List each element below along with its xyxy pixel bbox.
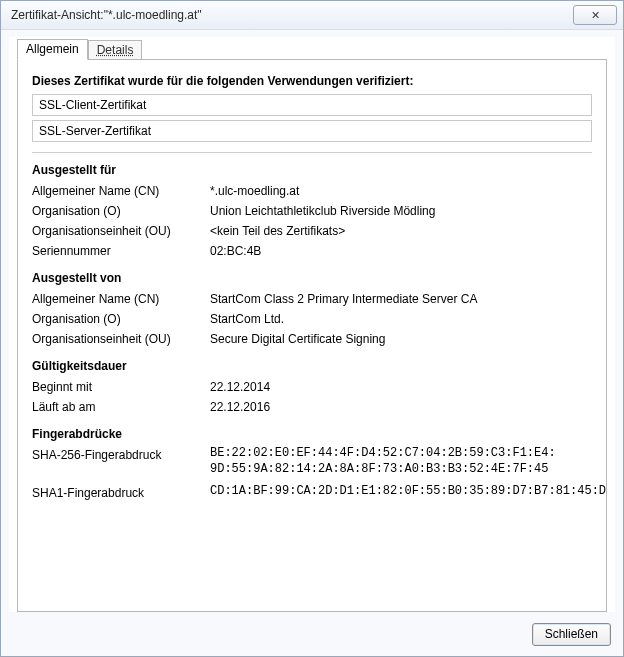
sha1-value: CD:1A:BF:99:CA:2D:D1:E1:82:0F:55:B0:35:8… xyxy=(210,483,607,499)
sha256-value: BE:22:02:E0:EF:44:4F:D4:52:C7:04:2B:59:C… xyxy=(210,445,592,477)
issued-by-title: Ausgestellt von xyxy=(32,271,592,285)
issued-to-serial-label: Seriennummer xyxy=(32,241,210,261)
close-icon: ✕ xyxy=(591,9,600,22)
verified-heading: Dieses Zertifikat wurde für die folgende… xyxy=(32,74,592,88)
issued-by-cn-row: Allgemeiner Name (CN) StartCom Class 2 P… xyxy=(32,289,592,309)
close-button-label: Schließen xyxy=(545,627,598,641)
titlebar: Zertifikat-Ansicht:"*.ulc-moedling.at" ✕ xyxy=(1,1,623,30)
issued-to-cn-label: Allgemeiner Name (CN) xyxy=(32,181,210,201)
fingerprints-title: Fingerabdrücke xyxy=(32,427,592,441)
issued-to-serial-value: 02:BC:4B xyxy=(210,241,592,261)
usage-ssl-server-label: SSL-Server-Zertifikat xyxy=(39,124,151,138)
validity-begins-value: 22.12.2014 xyxy=(210,377,592,397)
usage-ssl-client-label: SSL-Client-Zertifikat xyxy=(39,98,146,112)
issued-to-o-label: Organisation (O) xyxy=(32,201,210,221)
sha256-row: SHA-256-Fingerabdruck BE:22:02:E0:EF:44:… xyxy=(32,445,592,477)
tab-details-label: Details xyxy=(97,43,134,57)
validity-begins-row: Beginnt mit 22.12.2014 xyxy=(32,377,592,397)
validity-expires-row: Läuft ab am 22.12.2016 xyxy=(32,397,592,417)
window-title: Zertifikat-Ansicht:"*.ulc-moedling.at" xyxy=(11,8,202,22)
tab-strip: Allgemein Details xyxy=(9,37,615,59)
dialog-footer: Schließen xyxy=(532,623,611,646)
issued-to-cn-value: *.ulc-moedling.at xyxy=(210,181,592,201)
tab-general-label: Allgemein xyxy=(26,42,79,56)
sha1-label: SHA1-Fingerabdruck xyxy=(32,483,210,503)
issued-to-o-row: Organisation (O) Union Leichtathletikclu… xyxy=(32,201,592,221)
issued-by-o-label: Organisation (O) xyxy=(32,309,210,329)
dialog-window: Zertifikat-Ansicht:"*.ulc-moedling.at" ✕… xyxy=(0,0,624,657)
issued-by-cn-value: StartCom Class 2 Primary Intermediate Se… xyxy=(210,289,592,309)
issued-by-cn-label: Allgemeiner Name (CN) xyxy=(32,289,210,309)
tab-details[interactable]: Details xyxy=(88,40,143,60)
close-button[interactable]: Schließen xyxy=(532,623,611,646)
validity-expires-label: Läuft ab am xyxy=(32,397,210,417)
separator xyxy=(32,152,592,153)
client-area: Allgemein Details Dieses Zertifikat wurd… xyxy=(9,37,615,612)
issued-to-title: Ausgestellt für xyxy=(32,163,592,177)
issued-by-o-row: Organisation (O) StartCom Ltd. xyxy=(32,309,592,329)
usage-ssl-client: SSL-Client-Zertifikat xyxy=(32,94,592,116)
tab-general[interactable]: Allgemein xyxy=(17,39,88,60)
issued-by-ou-row: Organisationseinheit (OU) Secure Digital… xyxy=(32,329,592,349)
issued-to-serial-row: Seriennummer 02:BC:4B xyxy=(32,241,592,261)
usage-ssl-server: SSL-Server-Zertifikat xyxy=(32,120,592,142)
issued-to-o-value: Union Leichtathletikclub Riverside Mödli… xyxy=(210,201,592,221)
issued-to-cn-row: Allgemeiner Name (CN) *.ulc-moedling.at xyxy=(32,181,592,201)
issued-to-ou-label: Organisationseinheit (OU) xyxy=(32,221,210,241)
window-close-button[interactable]: ✕ xyxy=(573,5,617,25)
sha1-row: SHA1-Fingerabdruck CD:1A:BF:99:CA:2D:D1:… xyxy=(32,483,592,503)
issued-by-ou-label: Organisationseinheit (OU) xyxy=(32,329,210,349)
issued-by-o-value: StartCom Ltd. xyxy=(210,309,592,329)
issued-to-ou-value: <kein Teil des Zertifikats> xyxy=(210,221,592,241)
validity-title: Gültigkeitsdauer xyxy=(32,359,592,373)
issued-to-ou-row: Organisationseinheit (OU) <kein Teil des… xyxy=(32,221,592,241)
sha256-label: SHA-256-Fingerabdruck xyxy=(32,445,210,465)
validity-begins-label: Beginnt mit xyxy=(32,377,210,397)
validity-expires-value: 22.12.2016 xyxy=(210,397,592,417)
issued-by-ou-value: Secure Digital Certificate Signing xyxy=(210,329,592,349)
tab-panel-general: Dieses Zertifikat wurde für die folgende… xyxy=(17,59,607,612)
